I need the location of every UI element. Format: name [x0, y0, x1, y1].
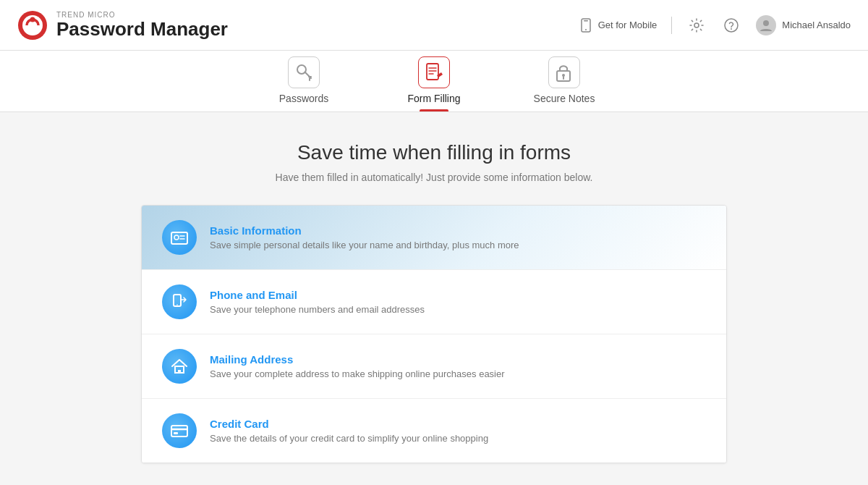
svg-point-4	[585, 29, 587, 30]
help-button[interactable]	[721, 15, 741, 35]
svg-point-7	[725, 19, 738, 32]
tab-secure-notes[interactable]: Secure Notes	[528, 56, 600, 111]
id-card-icon	[170, 228, 189, 247]
svg-point-2	[30, 17, 35, 22]
settings-button[interactable]	[686, 15, 707, 35]
tab-form-filling-label: Form Filling	[407, 93, 460, 104]
gear-icon	[689, 17, 705, 33]
phone-and-email-title: Phone and Email	[210, 289, 706, 301]
basic-information-desc: Save simple personal details like your n…	[210, 240, 706, 250]
svg-point-6	[694, 23, 699, 28]
logo-area: TREND MICRO Password Manager	[17, 10, 228, 41]
basic-information-text: Basic Information Save simple personal d…	[210, 224, 706, 250]
cards-container: Basic Information Save simple personal d…	[141, 205, 727, 463]
basic-information-title: Basic Information	[210, 224, 706, 237]
page-title: Save time when filling in forms	[297, 141, 571, 164]
passwords-tab-icon	[288, 56, 320, 88]
basic-information-icon-circle	[162, 220, 197, 255]
get-mobile-label: Get for Mobile	[598, 20, 658, 30]
credit-card-desc: Save the details of your credit card to …	[210, 433, 706, 444]
svg-rect-29	[171, 426, 187, 436]
page-subtitle: Have them filled in automatically! Just …	[276, 172, 593, 183]
header-divider	[671, 17, 672, 34]
header-right: Get for Mobile Michael Ansaldo	[578, 15, 851, 35]
main-content: Save time when filling in forms Have the…	[0, 112, 868, 478]
secure-notes-tab-icon	[548, 56, 580, 88]
svg-point-22	[174, 235, 179, 240]
credit-card-card[interactable]: Credit Card Save the details of your cre…	[142, 399, 726, 463]
form-filling-tab-icon	[418, 56, 450, 88]
get-for-mobile-button[interactable]: Get for Mobile	[578, 17, 658, 33]
logo-password-label: Password Manager	[56, 19, 228, 40]
svg-rect-28	[178, 370, 181, 373]
basic-information-card[interactable]: Basic Information Save simple personal d…	[142, 206, 726, 270]
key-icon	[295, 62, 312, 83]
mobile-icon	[578, 17, 594, 33]
app-header: TREND MICRO Password Manager Get for Mob…	[0, 0, 868, 51]
lock-note-icon	[555, 62, 574, 83]
tab-secure-notes-label: Secure Notes	[534, 93, 595, 104]
mailing-address-text: Mailing Address Save your complete addre…	[210, 353, 706, 379]
user-icon	[760, 19, 773, 32]
logo-text: TREND MICRO Password Manager	[56, 11, 228, 40]
trend-micro-logo	[17, 10, 48, 41]
svg-point-26	[176, 304, 178, 305]
nav-tabs: Passwords Form Filling Secure Notes	[0, 51, 868, 112]
tab-passwords[interactable]: Passwords	[268, 56, 340, 111]
mailing-address-card[interactable]: Mailing Address Save your complete addre…	[142, 334, 726, 399]
svg-point-8	[731, 28, 732, 30]
user-name-label: Michael Ansaldo	[782, 20, 851, 30]
svg-rect-21	[171, 232, 187, 244]
mailing-address-title: Mailing Address	[210, 353, 706, 366]
svg-rect-14	[427, 64, 438, 80]
credit-card-text: Credit Card Save the details of your cre…	[210, 418, 706, 444]
svg-point-9	[763, 20, 769, 26]
phone-and-email-icon-circle	[162, 284, 197, 319]
mailing-address-icon-circle	[162, 349, 197, 384]
svg-rect-31	[174, 432, 178, 434]
user-avatar	[756, 15, 776, 35]
svg-rect-5	[584, 20, 588, 22]
mailing-address-desc: Save your complete address to make shipp…	[210, 368, 706, 379]
tab-form-filling[interactable]: Form Filling	[398, 56, 470, 111]
credit-card-icon-circle	[162, 413, 197, 448]
phone-and-email-text: Phone and Email Save your telephone numb…	[210, 289, 706, 315]
tab-passwords-label: Passwords	[279, 93, 328, 104]
phone-and-email-card[interactable]: Phone and Email Save your telephone numb…	[142, 270, 726, 334]
user-menu[interactable]: Michael Ansaldo	[756, 15, 851, 35]
help-icon	[723, 17, 739, 33]
home-icon	[170, 357, 189, 376]
credit-card-icon	[170, 421, 189, 440]
credit-card-title: Credit Card	[210, 418, 706, 430]
phone-and-email-desc: Save your telephone numbers and email ad…	[210, 304, 706, 315]
form-filling-icon	[424, 62, 444, 83]
phone-icon	[170, 292, 189, 311]
